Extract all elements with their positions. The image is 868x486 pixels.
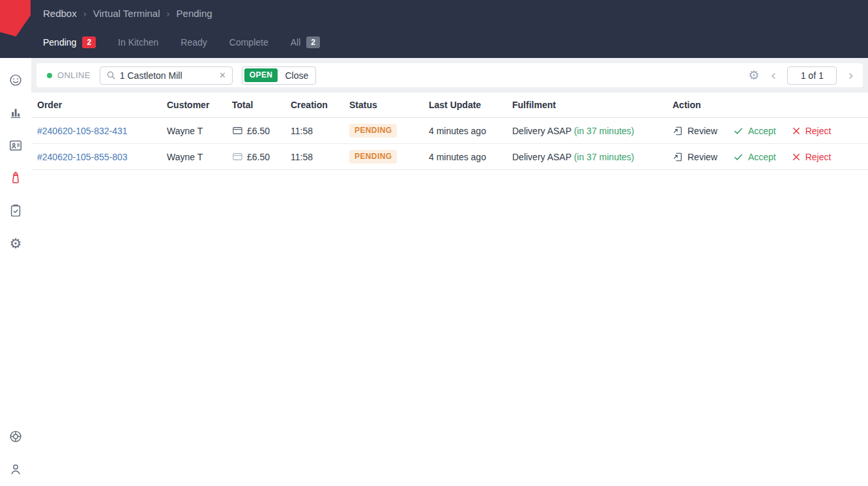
col-header-status: Status [344, 93, 424, 118]
smiley-icon [8, 73, 23, 87]
online-status: ONLINE [44, 70, 91, 80]
accept-button[interactable]: Accept [733, 152, 776, 162]
store-open-close-toggle[interactable]: OPEN Close [242, 66, 316, 85]
gear-icon: ⚙ [10, 236, 22, 250]
col-header-last-update: Last Update [424, 93, 507, 118]
creation-time: 11:58 [291, 152, 313, 162]
col-header-customer: Customer [162, 93, 227, 118]
reject-label: Reject [805, 152, 832, 162]
last-update: 4 minutes ago [429, 126, 486, 136]
fulfilment-eta: (in 37 minutes) [574, 126, 635, 136]
online-status-label: ONLINE [57, 70, 91, 80]
sidebar-item-virtual-terminal[interactable] [8, 170, 23, 186]
breadcrumb: Redbox › Virtual Terminal › Pending [43, 8, 212, 19]
terminal-toolbar: ONLINE ✕ OPEN Close [36, 63, 863, 87]
reject-label: Reject [805, 126, 832, 136]
col-header-fulfilment: Fulfilment [507, 93, 667, 118]
tab-all-count-badge: 2 [306, 36, 320, 48]
status-badge: PENDING [349, 150, 397, 164]
orders-table: Order Customer Total Creation Status Las… [31, 93, 868, 170]
col-header-action: Action [667, 93, 868, 118]
tab-pending-count-badge: 2 [82, 36, 96, 48]
col-header-creation: Creation [285, 93, 344, 118]
customer-name: Wayne T [167, 152, 203, 162]
cross-icon [792, 126, 801, 136]
review-label: Review [687, 126, 717, 136]
accept-label: Accept [748, 126, 776, 136]
col-header-order: Order [31, 93, 162, 118]
sidebar: ⚙ [0, 58, 31, 486]
customer-name: Wayne T [167, 126, 203, 136]
breadcrumb-item-redbox[interactable]: Redbox [43, 8, 77, 19]
breadcrumb-item-virtual-terminal[interactable]: Virtual Terminal [93, 8, 160, 19]
reject-button[interactable]: Reject [792, 126, 832, 136]
sidebar-item-reports[interactable] [8, 105, 23, 121]
status-badge: PENDING [349, 124, 397, 137]
clear-search-icon[interactable]: ✕ [219, 71, 226, 79]
cross-icon [792, 152, 801, 162]
open-status-badge: OPEN [244, 68, 278, 82]
tab-in-kitchen[interactable]: In Kitchen [118, 37, 158, 48]
breadcrumb-separator-icon: › [167, 8, 170, 19]
sidebar-item-customers[interactable] [8, 137, 23, 153]
contact-card-icon [8, 138, 23, 152]
clipboard-check-icon [8, 203, 23, 218]
table-header-row: Order Customer Total Creation Status Las… [31, 93, 868, 118]
review-order-icon [673, 126, 683, 136]
order-row: #240620-105-855-803 Wayne T [31, 144, 868, 170]
sidebar-item-menu[interactable] [8, 203, 23, 218]
review-button[interactable]: Review [673, 152, 717, 162]
drink-shaker-icon [8, 171, 23, 185]
check-icon [733, 152, 744, 162]
page-indicator: 1 of 1 [787, 66, 837, 85]
sidebar-item-account[interactable] [8, 461, 23, 477]
person-icon [8, 462, 23, 476]
tabs-bar: Pending 2 In Kitchen Ready Complete All … [0, 27, 868, 58]
fulfilment-type: Delivery ASAP [512, 152, 571, 162]
tab-pending[interactable]: Pending 2 [43, 36, 96, 48]
tab-pending-label: Pending [43, 37, 76, 48]
last-update: 4 minutes ago [429, 152, 486, 162]
next-page-button[interactable]: › [846, 68, 855, 83]
settings-gear-icon[interactable]: ⚙ [748, 69, 759, 81]
order-total: £6.50 [247, 152, 270, 162]
breadcrumb-separator-icon: › [83, 8, 87, 19]
orders-table-container: Order Customer Total Creation Status Las… [31, 93, 868, 486]
tab-all-label: All [291, 37, 301, 48]
store-search-input[interactable] [120, 70, 215, 81]
search-icon [106, 70, 116, 80]
tab-ready-label: Ready [181, 37, 207, 48]
accept-button[interactable]: Accept [733, 126, 776, 136]
life-ring-icon [8, 429, 23, 444]
payment-card-icon [232, 152, 243, 162]
check-icon [733, 126, 744, 136]
order-total: £6.50 [247, 126, 270, 136]
tab-ready[interactable]: Ready [181, 37, 207, 48]
accept-label: Accept [748, 152, 776, 162]
col-header-total: Total [227, 93, 285, 118]
order-id-link[interactable]: #240620-105-855-803 [37, 152, 128, 162]
sidebar-item-help[interactable] [8, 429, 23, 444]
reject-button[interactable]: Reject [792, 152, 832, 162]
order-id-link[interactable]: #240620-105-832-431 [37, 126, 128, 136]
payment-card-icon [232, 126, 243, 136]
close-store-button[interactable]: Close [278, 70, 315, 81]
sidebar-item-settings[interactable]: ⚙ [8, 235, 23, 251]
online-status-dot [47, 73, 52, 78]
breadcrumb-item-pending: Pending [177, 8, 212, 19]
tab-all[interactable]: All 2 [291, 36, 320, 48]
creation-time: 11:58 [291, 126, 313, 136]
tab-in-kitchen-label: In Kitchen [118, 37, 158, 48]
fulfilment-type: Delivery ASAP [512, 126, 571, 136]
prev-page-button[interactable]: ‹ [769, 68, 777, 83]
review-order-icon [673, 152, 683, 162]
order-row: #240620-105-832-431 Wayne T [31, 118, 868, 144]
review-button[interactable]: Review [673, 126, 717, 136]
breadcrumb-bar: Redbox › Virtual Terminal › Pending [0, 0, 868, 27]
review-label: Review [687, 152, 717, 162]
store-search-box: ✕ [100, 66, 233, 85]
fulfilment-eta: (in 37 minutes) [574, 152, 635, 162]
bar-chart-icon [8, 106, 23, 120]
tab-complete[interactable]: Complete [229, 37, 268, 48]
sidebar-item-orders[interactable] [8, 72, 23, 88]
